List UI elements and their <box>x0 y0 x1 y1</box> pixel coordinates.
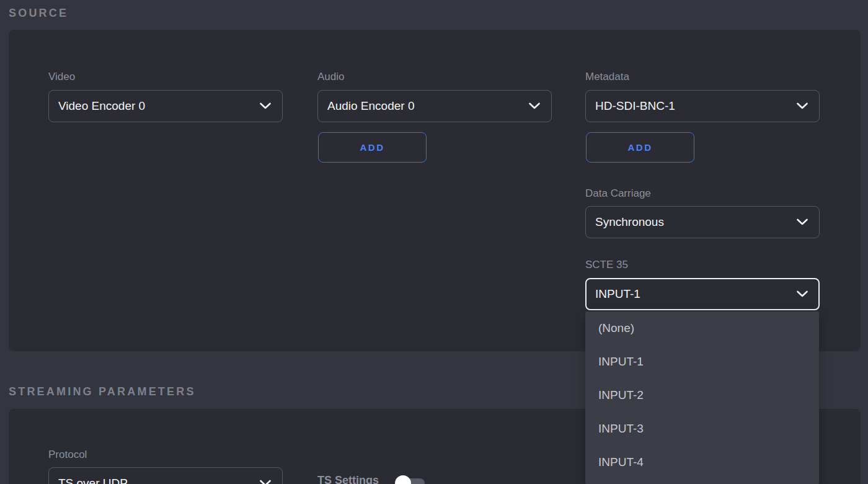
scte35-label: SCTE 35 <box>585 259 628 271</box>
video-select-value: Video Encoder 0 <box>58 99 145 113</box>
audio-select[interactable]: Audio Encoder 0 <box>317 90 552 122</box>
chevron-down-icon <box>796 102 808 110</box>
scte35-option-input-2[interactable]: INPUT-2 <box>585 379 819 412</box>
protocol-select-value: TS over UDP <box>58 477 128 484</box>
metadata-add-button[interactable]: ADD <box>586 132 694 163</box>
protocol-select[interactable]: TS over UDP <box>48 467 283 484</box>
chevron-down-icon <box>259 480 272 484</box>
protocol-label: Protocol <box>48 449 87 461</box>
audio-label: Audio <box>317 71 344 83</box>
data-carriage-select[interactable]: Synchronous <box>585 206 820 238</box>
scte35-select[interactable]: INPUT-1 <box>585 278 820 310</box>
metadata-label: Metadata <box>585 71 629 83</box>
ts-settings-label: TS Settings <box>317 474 379 484</box>
video-select[interactable]: Video Encoder 0 <box>48 90 283 122</box>
scte35-select-value: INPUT-1 <box>595 287 640 301</box>
metadata-select[interactable]: HD-SDI-BNC-1 <box>585 90 820 122</box>
source-section-heading: SOURCE <box>9 7 68 20</box>
scte35-dropdown-menu: (None) INPUT-1 INPUT-2 INPUT-3 INPUT-4 <box>585 311 819 484</box>
metadata-select-value: HD-SDI-BNC-1 <box>595 99 675 113</box>
scte35-option-none[interactable]: (None) <box>585 311 819 345</box>
streaming-parameters-section-heading: STREAMING PARAMETERS <box>9 385 196 398</box>
toggle-knob <box>395 475 411 484</box>
data-carriage-label: Data Carriage <box>585 187 651 200</box>
audio-select-value: Audio Encoder 0 <box>327 99 415 113</box>
chevron-down-icon <box>259 102 272 110</box>
scte35-option-input-1[interactable]: INPUT-1 <box>585 345 819 379</box>
scte35-option-input-3[interactable]: INPUT-3 <box>585 412 819 446</box>
video-label: Video <box>48 71 75 83</box>
audio-add-button[interactable]: ADD <box>318 132 427 163</box>
data-carriage-select-value: Synchronous <box>595 215 664 229</box>
scte35-option-input-4[interactable]: INPUT-4 <box>585 446 819 479</box>
ts-settings-toggle[interactable] <box>395 475 426 484</box>
chevron-down-icon <box>796 218 808 226</box>
source-panel: Video Video Encoder 0 Audio Audio Encode… <box>9 30 861 351</box>
chevron-down-icon <box>796 290 808 298</box>
chevron-down-icon <box>528 102 541 110</box>
